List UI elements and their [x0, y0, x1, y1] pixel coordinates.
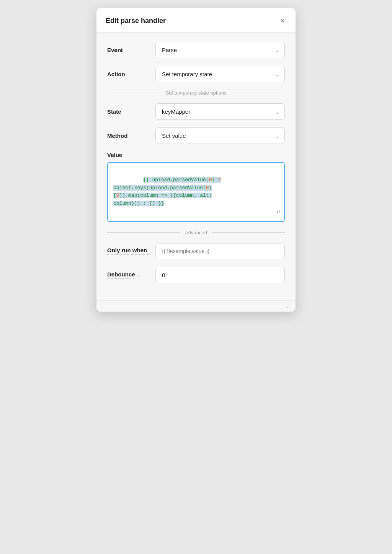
- advanced-divider-line-left: [107, 232, 180, 233]
- value-section: Value {{ upload.parsedValue[0] ?Object.k…: [107, 152, 285, 222]
- event-select[interactable]: Parse: [155, 42, 285, 58]
- advanced-divider: Advanced: [107, 230, 285, 235]
- options-divider-label: Set temporary state options: [166, 90, 227, 96]
- state-select-wrapper: keyMapper ⌄: [155, 103, 285, 120]
- advanced-divider-label: Advanced: [185, 230, 207, 235]
- debounce-chevron-icon[interactable]: ⌄: [137, 272, 140, 278]
- divider-line-right: [231, 93, 285, 93]
- state-label: State: [107, 108, 149, 115]
- options-divider: Set temporary state options: [107, 90, 285, 96]
- divider-line-left: [107, 93, 161, 93]
- method-select-wrapper: Set value ⌄: [155, 127, 285, 144]
- modal-dialog: Edit parse handler × Event Parse ⌄ Actio…: [96, 8, 296, 312]
- code-editor[interactable]: {{ upload.parsedValue[0] ?Object.keys(up…: [107, 162, 285, 222]
- method-row: Method Set value ⌄: [107, 127, 285, 144]
- method-label: Method: [107, 132, 149, 139]
- method-select[interactable]: Set value: [155, 127, 285, 144]
- debounce-label-wrapper: Debounce ⌄: [107, 271, 149, 279]
- debounce-label: Debounce: [107, 271, 135, 279]
- close-button[interactable]: ×: [279, 15, 286, 26]
- code-selected-text: {{ upload.parsedValue[0] ?Object.keys(up…: [113, 177, 221, 206]
- action-select[interactable]: Set temporary state: [155, 66, 285, 82]
- action-select-wrapper: Set temporary state ⌄: [155, 66, 285, 82]
- debounce-row: Debounce ⌄: [107, 267, 285, 283]
- bottom-bar: ⌄: [96, 300, 296, 312]
- modal-header: Edit parse handler ×: [96, 8, 296, 33]
- state-select[interactable]: keyMapper: [155, 103, 285, 120]
- event-label: Event: [107, 47, 149, 53]
- state-row: State keyMapper ⌄: [107, 103, 285, 120]
- action-label: Action: [107, 71, 149, 77]
- only-run-when-input[interactable]: [155, 243, 285, 259]
- debounce-input[interactable]: [155, 267, 285, 283]
- modal-body: Event Parse ⌄ Action Set temporary state…: [96, 33, 296, 300]
- event-row: Event Parse ⌄: [107, 42, 285, 58]
- event-select-wrapper: Parse ⌄: [155, 42, 285, 58]
- expand-icon[interactable]: ↩: [276, 208, 280, 217]
- only-run-when-row: Only run when: [107, 243, 285, 259]
- modal-title: Edit parse handler: [106, 17, 166, 25]
- code-content: {{ upload.parsedValue[0] ?Object.keys(up…: [113, 168, 279, 216]
- advanced-divider-line-right: [212, 232, 285, 233]
- scroll-indicator: ⌄: [285, 303, 289, 309]
- value-label: Value: [107, 152, 285, 158]
- action-row: Action Set temporary state ⌄: [107, 66, 285, 82]
- only-run-when-label: Only run when: [107, 247, 149, 255]
